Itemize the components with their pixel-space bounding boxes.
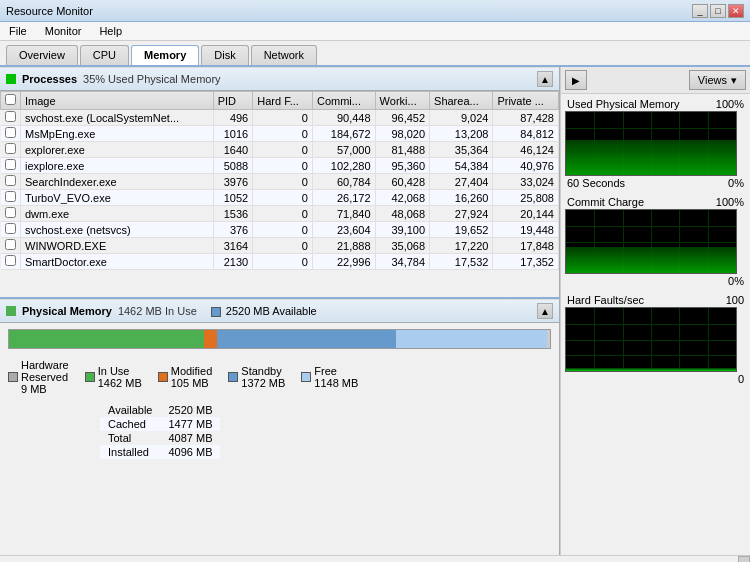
row-cell: iexplore.exe [21, 158, 214, 174]
table-row[interactable]: explorer.exe1640057,00081,48835,36446,12… [1, 142, 559, 158]
close-button[interactable]: ✕ [728, 4, 744, 18]
row-checkbox-cell[interactable] [1, 206, 21, 222]
row-checkbox-cell[interactable] [1, 110, 21, 126]
row-checkbox-cell[interactable] [1, 222, 21, 238]
tab-memory[interactable]: Memory [131, 45, 199, 65]
row-cell: 26,172 [312, 190, 375, 206]
tab-cpu[interactable]: CPU [80, 45, 129, 65]
graph-duration-used-physical: 60 Seconds 0% [565, 177, 746, 190]
row-cell: 16,260 [430, 190, 493, 206]
processes-status: 35% Used Physical Memory [83, 73, 221, 85]
row-checkbox-cell[interactable] [1, 190, 21, 206]
row-checkbox-cell[interactable] [1, 126, 21, 142]
stat-label-cached: Cached [100, 417, 160, 431]
row-checkbox[interactable] [5, 143, 16, 154]
row-checkbox-cell[interactable] [1, 238, 21, 254]
row-checkbox-cell[interactable] [1, 142, 21, 158]
graph-used-physical-memory: Used Physical Memory 100% 60 Secon [565, 98, 746, 190]
row-checkbox[interactable] [5, 111, 16, 122]
legend-box-modified [158, 372, 168, 382]
graph-section[interactable]: Used Physical Memory 100% 60 Secon [561, 94, 750, 555]
menu-file[interactable]: File [6, 24, 30, 38]
table-row[interactable]: svchost.exe (netsvcs)376023,60439,10019,… [1, 222, 559, 238]
menu-bar: File Monitor Help [0, 22, 750, 41]
row-cell: 87,428 [493, 110, 559, 126]
bar-standby [217, 330, 396, 348]
title-bar: Resource Monitor _ □ ✕ [0, 0, 750, 22]
col-pid[interactable]: PID [213, 92, 253, 110]
row-cell: 1536 [213, 206, 253, 222]
window-controls: _ □ ✕ [692, 4, 744, 18]
menu-monitor[interactable]: Monitor [42, 24, 85, 38]
row-cell: 35,364 [430, 142, 493, 158]
table-row[interactable]: iexplore.exe50880102,28095,36054,38440,9… [1, 158, 559, 174]
views-button[interactable]: Views ▾ [689, 70, 746, 90]
col-hardfaults[interactable]: Hard F... [253, 92, 313, 110]
row-cell: 95,360 [375, 158, 429, 174]
row-checkbox-cell[interactable] [1, 254, 21, 270]
window-title: Resource Monitor [6, 5, 93, 17]
right-nav-button[interactable]: ▶ [565, 70, 587, 90]
row-cell: 21,888 [312, 238, 375, 254]
menu-help[interactable]: Help [96, 24, 125, 38]
table-row[interactable]: SearchIndexer.exe3976060,78460,42827,404… [1, 174, 559, 190]
table-row[interactable]: TurboV_EVO.exe1052026,17242,06816,26025,… [1, 190, 559, 206]
row-checkbox[interactable] [5, 127, 16, 138]
bottom-scrollbar[interactable] [0, 555, 750, 562]
table-row[interactable]: svchost.exe (LocalSystemNet...496090,448… [1, 110, 559, 126]
graph-canvas-hard-faults [565, 307, 737, 372]
row-cell: 17,220 [430, 238, 493, 254]
row-checkbox-cell[interactable] [1, 158, 21, 174]
table-row[interactable]: SmartDoctor.exe2130022,99634,78417,53217… [1, 254, 559, 270]
minimize-button[interactable]: _ [692, 4, 708, 18]
table-row[interactable]: WINWORD.EXE3164021,88835,06817,22017,848 [1, 238, 559, 254]
row-checkbox-cell[interactable] [1, 174, 21, 190]
row-cell: 57,000 [312, 142, 375, 158]
col-private[interactable]: Private ... [493, 92, 559, 110]
row-cell: 3976 [213, 174, 253, 190]
row-cell: 0 [253, 174, 313, 190]
physical-memory-title: Physical Memory [22, 305, 112, 317]
stat-label-installed: Installed [100, 445, 160, 459]
row-checkbox[interactable] [5, 223, 16, 234]
table-row[interactable]: MsMpEng.exe10160184,67298,02013,20884,81… [1, 126, 559, 142]
row-cell: 0 [253, 142, 313, 158]
tab-disk[interactable]: Disk [201, 45, 248, 65]
tab-overview[interactable]: Overview [6, 45, 78, 65]
main-content: Processes 35% Used Physical Memory ▲ Ima… [0, 67, 750, 555]
row-cell: MsMpEng.exe [21, 126, 214, 142]
processes-table-container[interactable]: Image PID Hard F... Commi... Worki... Sh… [0, 91, 559, 297]
graph-pct-commit: 100% [716, 196, 744, 208]
row-checkbox[interactable] [5, 175, 16, 186]
row-cell: 19,652 [430, 222, 493, 238]
table-row[interactable]: dwm.exe1536071,84048,06827,92420,144 [1, 206, 559, 222]
row-checkbox[interactable] [5, 239, 16, 250]
h-scrollbar-thumb[interactable] [738, 556, 750, 562]
right-panel: ▶ Views ▾ Used Physical Memory 100% [560, 67, 750, 555]
row-cell: 25,808 [493, 190, 559, 206]
col-commit[interactable]: Commi... [312, 92, 375, 110]
col-image[interactable]: Image [21, 92, 214, 110]
graph-pct-used-physical: 100% [716, 98, 744, 110]
row-cell: 54,384 [430, 158, 493, 174]
col-shareable[interactable]: Sharea... [430, 92, 493, 110]
row-cell: 27,924 [430, 206, 493, 222]
physical-memory-collapse-button[interactable]: ▲ [537, 303, 553, 319]
row-cell: 1640 [213, 142, 253, 158]
row-cell: 0 [253, 206, 313, 222]
row-checkbox[interactable] [5, 159, 16, 170]
views-dropdown-icon: ▾ [731, 74, 737, 87]
row-checkbox[interactable] [5, 255, 16, 266]
graph-label-commit: Commit Charge 100% [565, 196, 746, 209]
maximize-button[interactable]: □ [710, 4, 726, 18]
row-checkbox[interactable] [5, 207, 16, 218]
col-select[interactable] [1, 92, 21, 110]
memory-stats-table: Available 2520 MB Cached 1477 MB Total 4… [100, 403, 220, 459]
tab-network[interactable]: Network [251, 45, 317, 65]
select-all-checkbox[interactable] [5, 94, 16, 105]
processes-collapse-button[interactable]: ▲ [537, 71, 553, 87]
graph-title-hard-faults: Hard Faults/sec [567, 294, 644, 306]
row-checkbox[interactable] [5, 191, 16, 202]
col-working[interactable]: Worki... [375, 92, 429, 110]
row-cell: 0 [253, 238, 313, 254]
